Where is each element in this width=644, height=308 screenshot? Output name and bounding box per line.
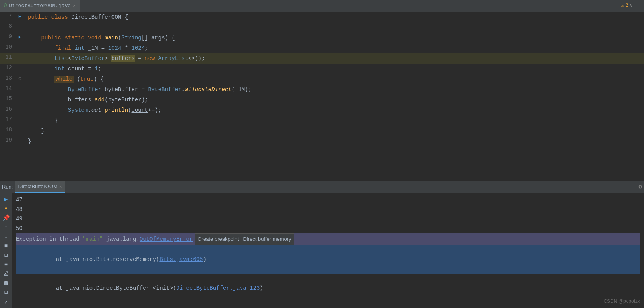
error-exception-line: Exception in thread "main" java.lang.Out… xyxy=(16,233,640,245)
table-row: 19 } xyxy=(0,136,644,146)
line-number: 13 xyxy=(0,74,16,84)
line-number: 18 xyxy=(0,126,16,136)
pin-button[interactable]: 📌 xyxy=(2,214,10,222)
run-tab-bar: Run: DirectBufferOOM × ⚙ xyxy=(0,181,644,193)
cursor-button[interactable]: ↗ xyxy=(2,298,10,306)
code-content: final int _1M = 1024 * 1024; xyxy=(24,43,644,53)
exception-text: Exception in thread "main" java.lang.Out… xyxy=(16,234,193,244)
line-number: 9 xyxy=(0,33,16,43)
line-number: 17 xyxy=(0,115,16,126)
gutter-icon xyxy=(16,136,24,146)
screenshot-button[interactable]: ⊟ xyxy=(2,251,10,259)
layout-button[interactable]: ≡ xyxy=(2,261,10,268)
gutter-icon xyxy=(16,115,24,126)
code-content: buffers.add(byteBuffer); xyxy=(24,95,644,105)
warning-count: 2 xyxy=(625,3,628,8)
gutter-icon xyxy=(16,43,24,53)
console-output[interactable]: 47 48 49 50 Exception in thread "main" j… xyxy=(12,193,644,308)
table-row: 9 ▶ public static void main(String[] arg… xyxy=(0,33,644,43)
code-content: while (true) { xyxy=(24,74,644,84)
editor-tab-bar: © DirectBufferOOM.java × ⚠ 2 ∧ xyxy=(0,0,644,12)
warning-icon: ⚠ xyxy=(621,2,624,8)
code-content: int count = 1; xyxy=(24,64,644,74)
line-number: 19 xyxy=(0,136,16,146)
up-button[interactable]: ↑ xyxy=(2,223,10,231)
list-item: 48 xyxy=(16,205,640,214)
run-panel: Run: DirectBufferOOM × ⚙ ▶ ● 📌 ↑ ↓ ■ ⊟ ≡… xyxy=(0,181,644,308)
debug-button[interactable]: ● xyxy=(2,205,10,212)
gutter-icon xyxy=(16,84,24,95)
gutter-icon xyxy=(16,64,24,74)
table-row: 12 int count = 1; xyxy=(0,64,644,74)
line-number: 10 xyxy=(0,43,16,53)
stack-trace-line: at java.nio.ByteBuffer.allocateDirect(By… xyxy=(16,302,640,308)
run-toolbar: ▶ ● 📌 ↑ ↓ ■ ⊟ ≡ 🖨 🗑 ⊞ ↗ xyxy=(0,193,12,308)
code-content: System.out.println(count++); xyxy=(24,105,644,115)
list-item: 49 xyxy=(16,214,640,224)
gutter-icon[interactable]: ◯ xyxy=(16,74,24,84)
run-tab-label: DirectBufferOOM xyxy=(18,183,57,189)
tab-label: DirectBufferOOM.java xyxy=(9,3,71,9)
file-tab[interactable]: © DirectBufferOOM.java × xyxy=(0,0,80,12)
stop-button[interactable]: ■ xyxy=(2,242,10,250)
out-of-memory-error-link[interactable]: OutOfMemoryError xyxy=(140,236,193,242)
gutter-icon[interactable]: ▶ xyxy=(16,33,24,43)
list-item: 50 xyxy=(16,224,640,233)
gutter-icon xyxy=(16,126,24,136)
delete-button[interactable]: 🗑 xyxy=(2,279,10,287)
gutter-icon xyxy=(16,22,24,33)
list-item: 47 xyxy=(16,195,640,205)
run-tab[interactable]: DirectBufferOOM × xyxy=(15,181,65,193)
line-number: 7 xyxy=(0,12,16,22)
code-editor: 7 ▶ public class DirectBufferOOM { 8 9 ▶… xyxy=(0,12,644,181)
bits-link[interactable]: Bits.java:695 xyxy=(159,256,203,263)
stack-trace-line: at java.nio.Bits.reserveMemory(Bits.java… xyxy=(16,245,640,274)
gutter-icon[interactable]: ▶ xyxy=(16,12,24,22)
play-button[interactable]: ▶ xyxy=(2,195,10,203)
table-row: 10 final int _1M = 1024 * 1024; xyxy=(0,43,644,53)
line-number: 15 xyxy=(0,95,16,105)
table-row: 7 ▶ public class DirectBufferOOM { xyxy=(0,12,644,22)
code-content: public static void main(String[] args) { xyxy=(24,33,644,43)
line-number: 14 xyxy=(0,84,16,95)
line-number: 16 xyxy=(0,105,16,115)
gutter-icon xyxy=(16,95,24,105)
code-content xyxy=(24,22,644,33)
table-row: 14 ByteBuffer byteBuffer = ByteBuffer.al… xyxy=(0,84,644,95)
code-content: public class DirectBufferOOM { xyxy=(24,12,644,22)
code-content: ByteBuffer byteBuffer = ByteBuffer.alloc… xyxy=(24,84,644,95)
stack-trace-line: at java.nio.DirectByteBuffer.<init>(Dire… xyxy=(16,274,640,302)
down-button[interactable]: ↓ xyxy=(2,233,10,240)
tooltip-box: Create breakpoint : Direct buffer memory xyxy=(195,233,294,245)
warning-badge: ⚠ 2 ∧ xyxy=(621,2,632,8)
code-content: List<ByteBuffer> buffers = new ArrayList… xyxy=(24,53,644,64)
line-number: 8 xyxy=(0,22,16,33)
run-tab-close[interactable]: × xyxy=(59,184,62,189)
gutter-icon xyxy=(16,105,24,115)
watermark: CSDN @popofzk xyxy=(603,298,640,304)
table-row: 18 } xyxy=(0,126,644,136)
file-icon: © xyxy=(4,3,7,9)
run-label: Run: xyxy=(2,184,13,190)
code-content: } xyxy=(24,126,644,136)
code-content: } xyxy=(24,115,644,126)
gutter-icon xyxy=(16,53,24,64)
table-row: 16 System.out.println(count++); xyxy=(0,105,644,115)
table-row: 17 } xyxy=(0,115,644,126)
direct-byte-buffer-link[interactable]: DirectByteBuffer.java:123 xyxy=(176,285,260,291)
table-row: 8 xyxy=(0,22,644,33)
run-body: ▶ ● 📌 ↑ ↓ ■ ⊟ ≡ 🖨 🗑 ⊞ ↗ 47 48 49 50 Exce… xyxy=(0,193,644,308)
chevron-up-icon[interactable]: ∧ xyxy=(629,3,632,8)
print-button[interactable]: 🖨 xyxy=(2,270,10,277)
line-number: 12 xyxy=(0,64,16,74)
line-number: 11 xyxy=(0,53,16,64)
gear-icon[interactable]: ⚙ xyxy=(639,183,642,190)
grid-button[interactable]: ⊞ xyxy=(2,289,10,296)
table-row: 11 List<ByteBuffer> buffers = new ArrayL… xyxy=(0,53,644,64)
table-row: 15 buffers.add(byteBuffer); xyxy=(0,95,644,105)
code-container[interactable]: 7 ▶ public class DirectBufferOOM { 8 9 ▶… xyxy=(0,12,644,181)
code-content: } xyxy=(24,136,644,146)
tab-close-button[interactable]: × xyxy=(73,4,76,8)
table-row: 13 ◯ while (true) { xyxy=(0,74,644,84)
